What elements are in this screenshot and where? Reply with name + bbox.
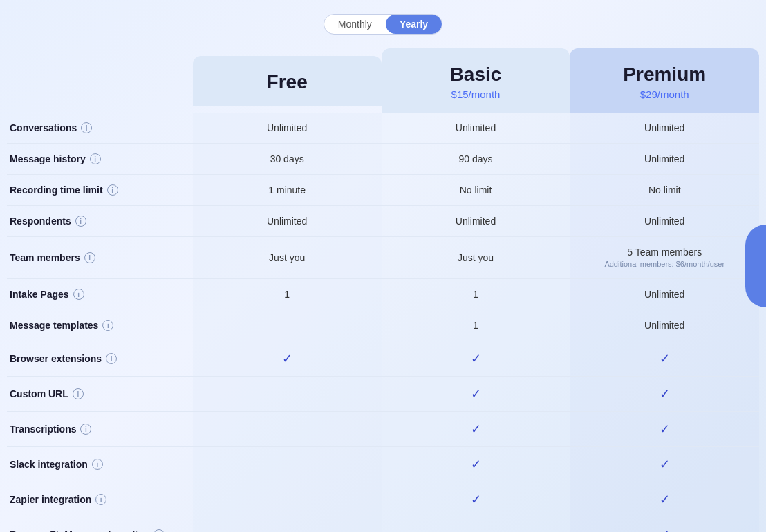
cell-value: 1 minute bbox=[268, 184, 306, 196]
info-icon[interactable]: i bbox=[81, 122, 92, 133]
feature-row: Transcriptionsi✓✓ bbox=[7, 412, 759, 447]
info-icon[interactable]: i bbox=[80, 424, 91, 435]
free-feature-cell bbox=[193, 412, 382, 447]
info-icon[interactable]: i bbox=[153, 529, 165, 532]
premium-plan-header: Premium $29/month bbox=[570, 48, 759, 113]
free-feature-cell: Unlimited bbox=[193, 113, 382, 144]
free-feature-cell: 30 days bbox=[193, 144, 382, 175]
premium-feature-cell: Unlimited bbox=[570, 206, 759, 237]
pricing-table-wrapper: Free Basic $15/month Premium $29/month bbox=[7, 48, 759, 532]
feature-label-text: Zapier integration bbox=[10, 494, 91, 505]
monthly-toggle[interactable]: Monthly bbox=[324, 15, 386, 34]
info-icon[interactable]: i bbox=[73, 289, 84, 300]
free-plan-card: Free bbox=[193, 56, 382, 106]
feature-label-text: Recording time limit bbox=[10, 184, 103, 196]
feature-column-header bbox=[7, 48, 193, 113]
cell-value: Just you bbox=[458, 252, 494, 263]
feature-label-text: Message templates bbox=[10, 320, 98, 331]
feature-row: Slack integrationi✓✓ bbox=[7, 447, 759, 482]
feature-label-cell: Transcriptionsi bbox=[7, 412, 193, 447]
feature-row: Custom URLi✓✓ bbox=[7, 377, 759, 412]
cell-value: 1 bbox=[284, 289, 290, 300]
feature-label-cell: Message templatesi bbox=[7, 310, 193, 341]
feature-label-text: Remove ZipMessage branding bbox=[10, 529, 149, 532]
premium-feature-cell: Unlimited bbox=[570, 113, 759, 144]
premium-plan-name: Premium bbox=[583, 64, 745, 86]
cell-value: Unlimited bbox=[644, 289, 684, 300]
basic-plan-header: Basic $15/month bbox=[382, 48, 570, 113]
info-icon[interactable]: i bbox=[107, 184, 118, 196]
feature-label-text: Custom URL bbox=[10, 388, 68, 399]
checkmark-icon: ✓ bbox=[660, 457, 670, 471]
feature-label-text: Team members bbox=[10, 252, 80, 263]
basic-feature-cell: ✓ bbox=[382, 341, 570, 377]
feature-row: RespondentsiUnlimitedUnlimitedUnlimited bbox=[7, 206, 759, 237]
free-plan-header: Free bbox=[193, 48, 382, 113]
free-feature-cell bbox=[193, 310, 382, 341]
premium-feature-cell: ✓ bbox=[570, 517, 759, 532]
checkmark-icon: ✓ bbox=[660, 493, 670, 506]
feature-label-cell: Remove ZipMessage brandingi bbox=[7, 517, 193, 532]
checkmark-icon: ✓ bbox=[282, 352, 292, 365]
feature-label-cell: Recording time limiti bbox=[7, 175, 193, 206]
yearly-toggle[interactable]: Yearly bbox=[386, 15, 442, 34]
free-feature-cell bbox=[193, 447, 382, 482]
feature-row: Remove ZipMessage brandingi✓ bbox=[7, 517, 759, 532]
info-icon[interactable]: i bbox=[92, 459, 103, 470]
premium-feature-cell: ✓ bbox=[570, 341, 759, 377]
cell-value: Unlimited bbox=[644, 320, 684, 331]
basic-feature-cell bbox=[382, 517, 570, 532]
free-feature-cell: Unlimited bbox=[193, 206, 382, 237]
basic-feature-cell: ✓ bbox=[382, 447, 570, 482]
feature-row: Intake Pagesi11Unlimited bbox=[7, 279, 759, 310]
free-feature-cell: 1 bbox=[193, 279, 382, 310]
feature-label-text: Transcriptions bbox=[10, 424, 76, 435]
info-icon[interactable]: i bbox=[95, 494, 106, 505]
scroll-blob bbox=[745, 225, 766, 307]
free-feature-cell bbox=[193, 482, 382, 517]
checkmark-icon: ✓ bbox=[471, 422, 481, 436]
feature-label-cell: Slack integrationi bbox=[7, 447, 193, 482]
checkmark-icon: ✓ bbox=[660, 422, 670, 436]
checkmark-icon: ✓ bbox=[471, 387, 481, 401]
premium-feature-cell: Unlimited bbox=[570, 310, 759, 341]
cell-note: Additional members: $6/month/user bbox=[577, 259, 752, 269]
info-icon[interactable]: i bbox=[73, 388, 84, 399]
checkmark-icon: ✓ bbox=[471, 352, 481, 365]
basic-feature-cell: ✓ bbox=[382, 377, 570, 412]
basic-feature-cell: Unlimited bbox=[382, 113, 570, 144]
feature-label-text: Message history bbox=[10, 153, 86, 164]
feature-label-text: Browser extensions bbox=[10, 353, 102, 364]
cell-value: Unlimited bbox=[267, 122, 307, 133]
billing-toggle: Monthly Yearly bbox=[324, 14, 442, 35]
basic-feature-cell: ✓ bbox=[382, 482, 570, 517]
basic-plan-name: Basic bbox=[395, 64, 557, 86]
info-icon[interactable]: i bbox=[75, 216, 86, 227]
cell-value: No limit bbox=[460, 184, 492, 196]
info-icon[interactable]: i bbox=[106, 353, 117, 364]
feature-label-text: Slack integration bbox=[10, 459, 88, 470]
premium-feature-cell: ✓ bbox=[570, 377, 759, 412]
basic-plan-card: Basic $15/month bbox=[382, 48, 570, 113]
cell-value: Unlimited bbox=[644, 216, 684, 227]
premium-feature-cell: Unlimited bbox=[570, 144, 759, 175]
info-icon[interactable]: i bbox=[84, 252, 95, 263]
premium-feature-cell: ✓ bbox=[570, 482, 759, 517]
premium-plan-card: Premium $29/month bbox=[570, 48, 759, 113]
info-icon[interactable]: i bbox=[90, 153, 101, 164]
feature-row: Message templatesi1Unlimited bbox=[7, 310, 759, 341]
basic-feature-cell: ✓ bbox=[382, 412, 570, 447]
feature-label-cell: Team membersi bbox=[7, 237, 193, 279]
feature-row: Browser extensionsi✓✓✓ bbox=[7, 341, 759, 377]
cell-value: Unlimited bbox=[267, 216, 307, 227]
feature-label-text: Intake Pages bbox=[10, 289, 69, 300]
feature-row: ConversationsiUnlimitedUnlimitedUnlimite… bbox=[7, 113, 759, 144]
basic-feature-cell: 1 bbox=[382, 310, 570, 341]
basic-feature-cell: Unlimited bbox=[382, 206, 570, 237]
info-icon[interactable]: i bbox=[102, 320, 113, 331]
billing-toggle-container: Monthly Yearly bbox=[7, 14, 759, 35]
cell-value: Unlimited bbox=[644, 153, 684, 164]
premium-feature-cell: ✓ bbox=[570, 412, 759, 447]
checkmark-icon: ✓ bbox=[660, 352, 670, 365]
free-feature-cell bbox=[193, 517, 382, 532]
